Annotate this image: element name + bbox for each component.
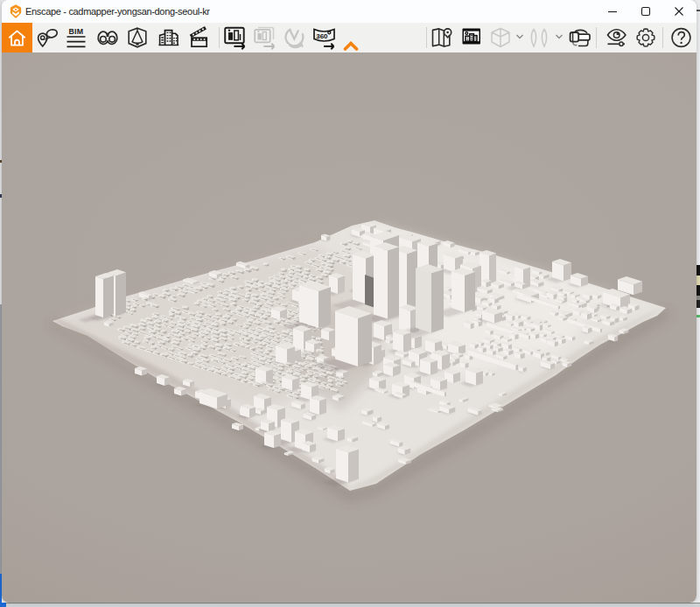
svg-text:BIM: BIM (69, 27, 84, 36)
svg-text:360: 360 (316, 32, 328, 40)
